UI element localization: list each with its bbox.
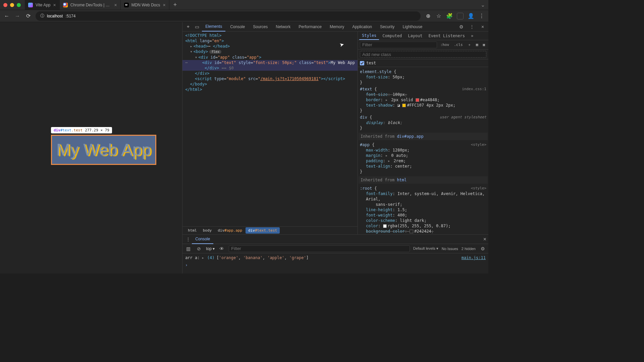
close-tab-icon[interactable]: × — [53, 2, 56, 8]
inspected-element-highlight: My Web App — [51, 135, 156, 165]
address-bar[interactable]: ⓘ localhost:5174 — [36, 11, 421, 21]
tab-elements[interactable]: Elements — [202, 22, 225, 32]
flex-badge[interactable]: flex — [209, 50, 221, 54]
crumb-app[interactable]: div#app.app — [215, 227, 245, 234]
tab-performance[interactable]: Performance — [295, 22, 325, 31]
tab-network[interactable]: Network — [272, 22, 294, 31]
console-settings-icon[interactable]: ⚙ — [479, 246, 486, 251]
mdn-favicon: M — [124, 3, 129, 7]
box-model-icon[interactable]: ▣ — [481, 42, 486, 48]
zoom-icon[interactable]: ⊕ — [425, 13, 431, 19]
array-length: (4) — [207, 255, 215, 261]
inspect-tooltip: divdiv#text.test#text.test 277.29 × 79 — [51, 127, 112, 133]
log-levels-selector[interactable]: Default levels ▾ — [413, 246, 438, 251]
rule-div-ua[interactable]: user agent stylesheet div { display: blo… — [359, 114, 488, 131]
console-filter-input[interactable] — [229, 245, 410, 252]
app-heading-text: My Web App — [56, 140, 151, 160]
inherited-link[interactable]: div#app.app — [397, 134, 423, 139]
styles-filter-input[interactable] — [360, 42, 437, 48]
close-tab-icon[interactable]: × — [114, 2, 117, 8]
styles-tab-computed[interactable]: Computed — [380, 32, 405, 40]
maximize-window[interactable] — [17, 3, 21, 7]
shadow-editor-icon[interactable]: ◪ — [397, 103, 400, 108]
reload-button[interactable]: ⟳ — [25, 13, 32, 19]
dom-selected-node[interactable]: ⋯ <div id="text" style="font-size: 50px;… — [182, 60, 358, 65]
tab-memory[interactable]: Memory — [326, 22, 347, 31]
rule-source-link[interactable]: <style> — [471, 142, 486, 147]
console-prompt[interactable]: › — [185, 261, 486, 268]
live-expression-icon[interactable]: 👁 — [218, 246, 225, 251]
tooltip-dimensions: 277.29 × 79 — [85, 128, 109, 132]
rule-root[interactable]: <style> :root { font-family: Inter, syst… — [359, 185, 488, 234]
crumb-body[interactable]: body — [200, 227, 215, 234]
close-drawer-icon[interactable]: × — [483, 236, 486, 242]
cls-toggle[interactable]: .cls — [452, 42, 464, 48]
tab-sources[interactable]: Sources — [250, 22, 271, 31]
back-button[interactable]: ← — [3, 13, 10, 19]
more-icon[interactable]: ⋮ — [468, 24, 476, 29]
tab-application[interactable]: Application — [349, 22, 375, 31]
site-info-icon[interactable]: ⓘ — [40, 13, 44, 19]
tab-lighthouse[interactable]: Lighthouse — [399, 22, 426, 31]
hidden-count[interactable]: 2 hidden — [462, 247, 476, 251]
log-source-link[interactable]: main.js:11 — [462, 255, 486, 261]
console-sidebar-icon[interactable]: ▥ — [184, 246, 192, 251]
tab-console[interactable]: Console — [227, 22, 248, 31]
dom-tree[interactable]: <!DOCTYPE html> <html lang="en"> ▸<head>… — [182, 32, 358, 226]
computed-toggle-icon[interactable]: ▦ — [475, 42, 480, 48]
color-swatch[interactable] — [410, 230, 413, 233]
tab-title: MDN Web Docs — [131, 3, 160, 7]
close-tab-icon[interactable]: × — [163, 2, 165, 8]
issues-button[interactable]: No Issues — [442, 247, 458, 251]
crumb-text[interactable]: div#text.test — [246, 227, 280, 234]
profile-icon[interactable]: 👤 — [468, 13, 474, 19]
bookmark-icon[interactable]: ☆ — [435, 13, 442, 19]
rule-element-style[interactable]: element.style { font-size: 50px; } — [359, 68, 488, 86]
chrome-favicon — [63, 3, 68, 7]
class-test-checkbox[interactable] — [360, 61, 364, 65]
inherited-link[interactable]: html — [397, 178, 407, 182]
drawer-menu-icon[interactable]: ⋮ — [184, 237, 192, 242]
tab-mdn[interactable]: M MDN Web Docs × — [121, 0, 169, 10]
forward-button[interactable]: → — [14, 13, 21, 19]
color-swatch[interactable] — [416, 98, 419, 102]
crumb-html[interactable]: html — [185, 227, 200, 234]
panel-toggle-icon[interactable] — [457, 13, 464, 19]
clear-console-icon[interactable]: ⊘ — [195, 246, 203, 251]
minimize-window[interactable] — [10, 3, 14, 7]
hov-toggle[interactable]: :hov — [439, 42, 451, 48]
color-swatch[interactable] — [402, 104, 406, 107]
extensions-icon[interactable]: 🧩 — [446, 13, 453, 19]
devtools-tabbar: ⌖ ▭ Elements Console Sources Network Per… — [182, 22, 488, 32]
add-class-input[interactable] — [360, 51, 486, 58]
css-rules: element.style { font-size: 50px; } index… — [358, 67, 488, 234]
new-style-rule-icon[interactable]: ＋ — [466, 42, 473, 48]
settings-icon[interactable]: ⚙ — [458, 24, 465, 29]
styles-tab-more-icon[interactable]: » — [468, 32, 476, 40]
styles-tab-styles[interactable]: Styles — [359, 32, 379, 40]
close-devtools-icon[interactable]: × — [479, 24, 486, 29]
tab-chrome-devtools[interactable]: Chrome DevTools | Chrome × — [60, 0, 121, 10]
rule-text-id[interactable]: index.css:1 #text { font-size: 100px; bo… — [359, 86, 488, 114]
browser-toolbar: ← → ⟳ ⓘ localhost:5174 ⊕ ☆ 🧩 👤 ⋮ — [0, 10, 488, 22]
new-tab-button[interactable]: + — [169, 1, 181, 8]
styles-tab-event-listeners[interactable]: Event Listeners — [426, 32, 468, 40]
close-window[interactable] — [3, 3, 7, 7]
rule-source-link[interactable]: index.css:1 — [462, 86, 486, 92]
context-selector[interactable]: top ▾ — [206, 246, 215, 251]
styles-tab-layout[interactable]: Layout — [405, 32, 425, 40]
dom-breadcrumbs: html body div#app.app div#text.test — [182, 226, 358, 234]
rendered-page: divdiv#text.test#text.test 277.29 × 79 M… — [0, 22, 182, 274]
expand-tabs-icon[interactable]: ⌄ — [481, 2, 485, 8]
console-drawer: ⋮ Console × ▥ ⊘ top ▾ 👁 Default levels ▾… — [182, 234, 488, 274]
console-log-row[interactable]: arr a: ▸ (4) ['orange', 'banana', 'apple… — [185, 255, 486, 261]
tab-security[interactable]: Security — [377, 22, 398, 31]
drawer-tab-console[interactable]: Console — [192, 235, 213, 244]
color-swatch[interactable] — [383, 224, 387, 228]
rule-app[interactable]: <style> #app { max-width: 1280px; margin… — [359, 141, 488, 175]
tab-vite-app[interactable]: Vite App × — [25, 0, 60, 10]
menu-icon[interactable]: ⋮ — [478, 13, 485, 19]
inspect-element-icon[interactable]: ⌖ — [184, 24, 192, 29]
device-toggle-icon[interactable]: ▭ — [193, 24, 201, 29]
rule-source-link[interactable]: <style> — [471, 186, 486, 191]
